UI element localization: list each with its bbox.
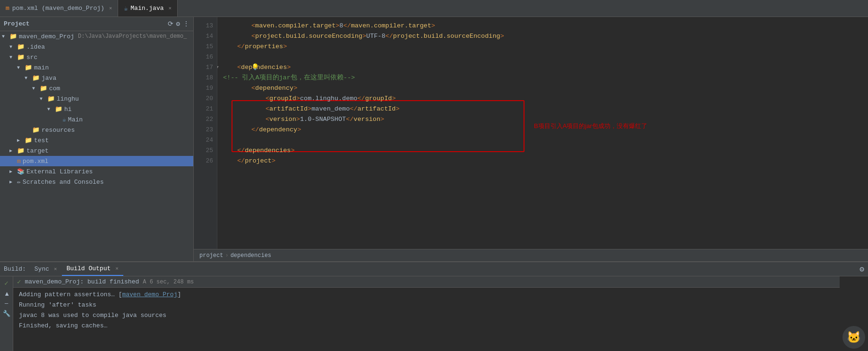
- bulb-icon-17[interactable]: 💡: [251, 62, 259, 73]
- tab-build-output-label: Build Output: [67, 265, 111, 272]
- chevron-test: ▶: [17, 137, 23, 143]
- line-num-24: 24: [194, 135, 217, 146]
- tab-pom-close[interactable]: ×: [109, 6, 112, 11]
- item-label-linghu: linghu: [57, 95, 79, 103]
- folder-icon-linghu: 📁: [47, 95, 55, 103]
- tree-item-mainclass[interactable]: ☕ Main: [0, 114, 193, 125]
- folder-icon-test: 📁: [25, 137, 32, 144]
- code-line-14: <project.build.sourceEncoding>UTF-8</pro…: [223, 31, 862, 42]
- tab-main-label: Main.java: [130, 5, 163, 12]
- folder-icon-root: 📁: [9, 33, 17, 40]
- tab-main-close[interactable]: ×: [169, 6, 172, 11]
- code-line-15: </properties>: [223, 42, 862, 52]
- build-status-bar: ✓ maven_demo_Proj: build finished A 6 se…: [13, 276, 840, 288]
- code-line-24: [223, 135, 862, 146]
- line-num-14: 14: [194, 31, 217, 42]
- code-editor[interactable]: <maven.compiler.target>8</maven.compiler…: [217, 17, 868, 249]
- success-icon[interactable]: ✓: [4, 279, 8, 287]
- tab-main[interactable]: ☕ Main.java ×: [118, 0, 178, 17]
- line-num-26: 26: [194, 156, 217, 166]
- code-line-17: ▼ 💡 <dependencies>: [223, 62, 862, 73]
- line-num-18: 18: [194, 73, 217, 83]
- chevron-scratches: ▶: [9, 179, 15, 185]
- tree-item-com[interactable]: ▼ 📁 com: [0, 83, 193, 94]
- build-output-content: Adding pattern assertions… [maven_demo_P…: [13, 288, 840, 351]
- breadcrumb-dependencies[interactable]: dependencies: [231, 252, 271, 259]
- tree-item-main[interactable]: ▼ 📁 main: [0, 62, 193, 73]
- bottom-panel: Build: Sync × Build Output × ⚙ ✓ ▶ — 🔧 ✓…: [0, 261, 868, 351]
- tab-pom[interactable]: m pom.xml (maven_demo_Proj) ×: [0, 0, 118, 17]
- tree-item-extlibs[interactable]: ▶ 📚 External Libraries: [0, 166, 193, 177]
- folder-icon-main: 📁: [25, 64, 32, 71]
- code-line-16: [223, 52, 862, 62]
- line-num-17: 17: [194, 62, 217, 73]
- tree-item-scratches[interactable]: ▶ ✏️ Scratches and Consoles: [0, 177, 193, 187]
- tab-sync-close[interactable]: ×: [54, 266, 57, 272]
- line-num-13: 13: [194, 21, 217, 31]
- item-label-scratches: Scratches and Consoles: [23, 179, 104, 186]
- item-label-hi: hi: [64, 106, 72, 113]
- mascot-area: 🐱: [840, 276, 868, 351]
- tab-sync[interactable]: Sync ×: [30, 262, 62, 276]
- item-label-root: maven_demo_Proj: [19, 33, 74, 40]
- tree-item-root[interactable]: ▼ 📁 maven_demo_Proj D:\Java\JavaProjects…: [0, 31, 193, 42]
- code-line-26: </project>: [223, 156, 862, 166]
- code-line-23: </dependency>: [223, 125, 862, 135]
- tab-build-output-close[interactable]: ×: [115, 266, 119, 272]
- tree-item-pomxml[interactable]: m pom.xml: [0, 156, 193, 166]
- chevron-linghu: ▼: [40, 96, 45, 102]
- code-line-25: </dependencies>: [223, 146, 862, 156]
- build-line-1: Adding pattern assertions… [maven_demo_P…: [19, 290, 834, 300]
- tab-build-output[interactable]: Build Output ×: [62, 262, 123, 276]
- build-line-4: Finished, saving caches…: [19, 321, 834, 331]
- tree-item-java[interactable]: ▼ 📁 java: [0, 73, 193, 83]
- pom-icon: m: [6, 5, 9, 12]
- build-line-2: Running 'after' tasks: [19, 300, 834, 310]
- breadcrumb-project[interactable]: project: [199, 252, 223, 259]
- tree-item-hi[interactable]: ▼ 📁 hi: [0, 104, 193, 114]
- chevron-main: ▼: [17, 65, 23, 70]
- line-num-20: 20: [194, 94, 217, 104]
- tool-icon[interactable]: 🔧: [3, 310, 10, 317]
- tree-item-target[interactable]: ▶ 📁 target: [0, 146, 193, 156]
- minus-icon[interactable]: —: [5, 300, 8, 307]
- tree-item-idea[interactable]: ▼ 📁 .idea: [0, 42, 193, 52]
- line-num-21: 21: [194, 104, 217, 114]
- item-label-extlibs: External Libraries: [26, 168, 93, 175]
- build-link-1[interactable]: maven_demo_Proj: [122, 291, 177, 298]
- tree-item-resources[interactable]: 📁 resources: [0, 125, 193, 135]
- tree-item-src[interactable]: ▼ 📁 src: [0, 52, 193, 62]
- line-numbers: 13 14 15 16 17 18 19 20 21 22 23 24 25 2…: [194, 17, 217, 249]
- item-label-main: main: [34, 64, 49, 71]
- settings-icon[interactable]: ⚙: [859, 265, 864, 274]
- code-line-19: <dependency>: [223, 83, 862, 94]
- breadcrumb-bar: project › dependencies: [194, 249, 868, 261]
- code-container: 13 14 15 16 17 18 19 20 21 22 23 24 25 2…: [194, 17, 868, 249]
- tree-item-test[interactable]: ▶ 📁 test: [0, 135, 193, 146]
- item-label-src: src: [26, 54, 37, 61]
- mascot: 🐱: [842, 326, 865, 349]
- menu-icon[interactable]: ⋮: [183, 20, 189, 28]
- tab-bar: m pom.xml (maven_demo_Proj) × ☕ Main.jav…: [0, 0, 868, 17]
- arrow-up-icon[interactable]: ▶: [2, 292, 10, 296]
- gear-icon[interactable]: ⚙: [176, 20, 180, 28]
- folder-icon-com: 📁: [40, 85, 47, 92]
- breadcrumb-sep-1: ›: [225, 252, 228, 259]
- folder-icon-idea: 📁: [17, 43, 25, 51]
- folder-icon-src: 📁: [17, 53, 25, 61]
- fold-icon-17[interactable]: ▼: [217, 62, 219, 73]
- tree-item-linghu[interactable]: ▼ 📁 linghu: [0, 94, 193, 104]
- chevron-com: ▼: [32, 86, 38, 91]
- file-tree: ▼ 📁 maven_demo_Proj D:\Java\JavaProjects…: [0, 31, 193, 261]
- sidebar-icons: ⟳ ⚙ ⋮: [168, 20, 189, 28]
- build-time: A 6 sec, 248 ms: [143, 279, 194, 285]
- line-num-22: 22: [194, 114, 217, 125]
- build-output-area: ✓ maven_demo_Proj: build finished A 6 se…: [13, 276, 840, 351]
- code-line-13: <maven.compiler.target>8</maven.compiler…: [223, 21, 862, 31]
- file-icon-pomxml: m: [17, 158, 21, 165]
- sync-icon[interactable]: ⟳: [168, 20, 173, 28]
- line-num-15: 15: [194, 42, 217, 52]
- bottom-layout: ✓ ▶ — 🔧 ✓ maven_demo_Proj: build finishe…: [0, 276, 868, 351]
- item-label-test: test: [34, 137, 49, 144]
- sidebar: Project ⟳ ⚙ ⋮ ▼ 📁 maven_demo_Proj D:\Jav…: [0, 17, 194, 261]
